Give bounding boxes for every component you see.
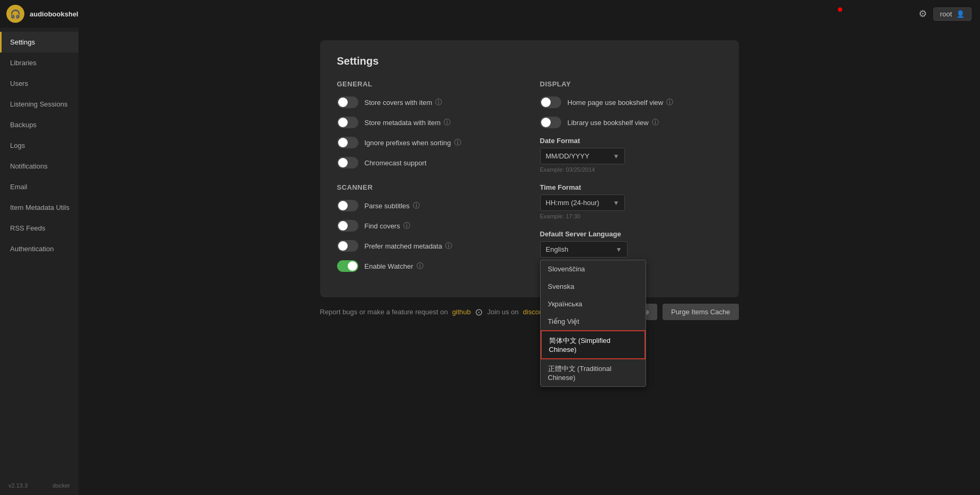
sidebar-item-backups[interactable]: Backups xyxy=(0,114,78,135)
toggle-library-bookshelf: Library use bookshelf view ⓘ xyxy=(540,117,722,128)
time-format-select[interactable]: HH:mm (24-hour) hh:mm (12-hour) xyxy=(540,195,625,211)
toggle-parse-subtitles: Parse subtitles ⓘ xyxy=(337,200,519,211)
date-format-select[interactable]: MM/DD/YYYY DD/MM/YYYY YYYY/MM/DD xyxy=(540,148,625,164)
find-covers-info-icon[interactable]: ⓘ xyxy=(403,221,410,231)
language-select[interactable]: English Slovenščina Svenska Українська T… xyxy=(540,241,628,258)
toggle-parse-subtitles-control[interactable] xyxy=(337,200,358,211)
sidebar-header: 🎧 audiobookshelf xyxy=(0,0,78,28)
time-format-example: Example: 17:30 xyxy=(540,213,722,219)
toggle-store-metadata-control[interactable] xyxy=(337,117,358,128)
toggle-prefer-matched-control[interactable] xyxy=(337,240,358,252)
toggle-prefer-matched-track[interactable] xyxy=(337,240,358,252)
toggle-ignore-prefixes: Ignore prefixes when sorting ⓘ xyxy=(337,137,519,148)
sidebar-item-item-metadata-utils[interactable]: Item Metadata Utils xyxy=(0,197,78,218)
host-type-label: docker xyxy=(52,482,70,489)
toggle-prefer-matched-label: Prefer matched metadata ⓘ xyxy=(365,241,453,251)
toggle-chromecast-thumb xyxy=(338,158,348,167)
language-group: Default Server Language English Slovenšč… xyxy=(540,230,722,258)
prefer-matched-info-icon[interactable]: ⓘ xyxy=(445,241,452,251)
toggle-ignore-prefixes-thumb xyxy=(338,138,348,147)
time-format-label: Time Format xyxy=(540,183,722,191)
date-format-example: Example: 03/25/2014 xyxy=(540,166,722,173)
toggle-store-covers-track[interactable] xyxy=(337,96,358,108)
dropdown-item-simplified-chinese[interactable]: 简体中文 (Simplified Chinese) xyxy=(541,330,646,359)
date-format-label: Date Format xyxy=(540,137,722,145)
dropdown-item-traditional-chinese[interactable]: 正體中文 (Traditional Chinese) xyxy=(541,359,646,386)
enable-watcher-info-icon[interactable]: ⓘ xyxy=(417,261,423,271)
toggle-homepage-bookshelf-track[interactable] xyxy=(540,96,561,108)
toggle-ignore-prefixes-control[interactable] xyxy=(337,137,358,148)
dropdown-item-slovenscina[interactable]: Slovenščina xyxy=(541,260,646,278)
sidebar-item-settings[interactable]: Settings xyxy=(0,32,78,52)
sidebar-item-authentication[interactable]: Authentication xyxy=(0,238,78,259)
github-link[interactable]: github xyxy=(452,308,471,316)
notification-dot xyxy=(838,7,842,12)
toggle-ignore-prefixes-track[interactable] xyxy=(337,137,358,148)
language-label: Default Server Language xyxy=(540,230,722,238)
toggle-find-covers-track[interactable] xyxy=(337,220,358,232)
sidebar-item-users[interactable]: Users xyxy=(0,73,78,94)
sidebar-item-libraries[interactable]: Libraries xyxy=(0,52,78,73)
toggle-prefer-matched-thumb xyxy=(338,241,348,251)
bottom-section: Report bugs or make a feature request on… xyxy=(320,304,739,320)
homepage-bookshelf-info-icon[interactable]: ⓘ xyxy=(666,98,673,107)
toggle-ignore-prefixes-label: Ignore prefixes when sorting ⓘ xyxy=(365,138,461,147)
join-discord-text: Join us on xyxy=(487,308,518,316)
settings-title: Settings xyxy=(337,55,722,67)
toggle-parse-subtitles-label: Parse subtitles ⓘ xyxy=(365,201,420,210)
purge-items-cache-button[interactable]: Purge Items Cache xyxy=(663,304,738,320)
left-column: General Store covers with item ⓘ xyxy=(337,80,519,280)
parse-subtitles-info-icon[interactable]: ⓘ xyxy=(413,201,420,210)
time-format-wrapper: HH:mm (24-hour) hh:mm (12-hour) ▼ xyxy=(540,195,625,211)
toggle-store-covers-thumb xyxy=(338,98,348,107)
display-section-label: Display xyxy=(540,80,722,88)
toggle-enable-watcher-control[interactable] xyxy=(337,260,358,272)
dropdown-item-ukrainian[interactable]: Українська xyxy=(541,295,646,313)
toggle-enable-watcher-thumb xyxy=(348,261,357,271)
toggle-parse-subtitles-track[interactable] xyxy=(337,200,358,211)
dropdown-item-tieng-viet[interactable]: Tiếng Việt xyxy=(541,313,646,330)
toggle-enable-watcher-label: Enable Watcher ⓘ xyxy=(365,261,423,271)
user-menu[interactable]: root 👤 xyxy=(933,7,972,21)
language-wrapper: English Slovenščina Svenska Українська T… xyxy=(540,241,628,258)
gear-icon[interactable]: ⚙ xyxy=(919,8,927,20)
toggle-chromecast-track[interactable] xyxy=(337,157,358,169)
ignore-prefixes-info-icon[interactable]: ⓘ xyxy=(454,138,461,147)
settings-columns: General Store covers with item ⓘ xyxy=(337,80,722,280)
library-bookshelf-info-icon[interactable]: ⓘ xyxy=(652,118,659,127)
toggle-store-covers-label: Store covers with item ⓘ xyxy=(365,98,443,107)
toggle-homepage-bookshelf-control[interactable] xyxy=(540,96,561,108)
toggle-enable-watcher: Enable Watcher ⓘ xyxy=(337,260,519,272)
main-content: ⚙ root 👤 Settings General xyxy=(78,0,980,495)
toggle-homepage-bookshelf-thumb xyxy=(541,98,551,107)
toggle-library-bookshelf-control[interactable] xyxy=(540,117,561,128)
sidebar-item-logs[interactable]: Logs xyxy=(0,135,78,156)
sidebar-nav: Settings Libraries Users Listening Sessi… xyxy=(0,28,78,259)
toggle-store-metadata-thumb xyxy=(338,118,348,127)
store-metadata-info-icon[interactable]: ⓘ xyxy=(444,118,451,127)
sidebar-item-notifications[interactable]: Notifications xyxy=(0,156,78,176)
toggle-enable-watcher-track[interactable] xyxy=(337,260,358,272)
github-icon: ⊙ xyxy=(475,306,483,318)
toggle-store-covers-control[interactable] xyxy=(337,96,358,108)
sidebar-item-rss-feeds[interactable]: RSS Feeds xyxy=(0,218,78,238)
toggle-find-covers-control[interactable] xyxy=(337,220,358,232)
content-area: Settings General Store covers with item xyxy=(78,28,980,495)
toggle-find-covers-thumb xyxy=(338,221,348,231)
toggle-library-bookshelf-track[interactable] xyxy=(540,117,561,128)
sidebar-item-email[interactable]: Email xyxy=(0,176,78,197)
store-covers-info-icon[interactable]: ⓘ xyxy=(435,98,442,107)
sidebar-item-listening-sessions[interactable]: Listening Sessions xyxy=(0,94,78,114)
language-dropdown: Slovenščina Svenska Українська Tiếng Việ… xyxy=(540,260,646,387)
toggle-chromecast-control[interactable] xyxy=(337,157,358,169)
sidebar: 🎧 audiobookshelf Settings Libraries User… xyxy=(0,0,78,495)
report-bug-text: Report bugs or make a feature request on xyxy=(320,308,448,316)
date-format-wrapper: MM/DD/YYYY DD/MM/YYYY YYYY/MM/DD ▼ xyxy=(540,148,625,164)
toggle-homepage-bookshelf-label: Home page use bookshelf view ⓘ xyxy=(568,98,674,107)
right-column: Display Home page use bookshelf view ⓘ xyxy=(540,80,722,280)
toggle-chromecast: Chromecast support xyxy=(337,157,519,169)
footer-links: Report bugs or make a feature request on… xyxy=(320,306,561,318)
toggle-store-metadata-track[interactable] xyxy=(337,117,358,128)
app-name: audiobookshelf xyxy=(30,10,81,18)
dropdown-item-svenska[interactable]: Svenska xyxy=(541,278,646,295)
